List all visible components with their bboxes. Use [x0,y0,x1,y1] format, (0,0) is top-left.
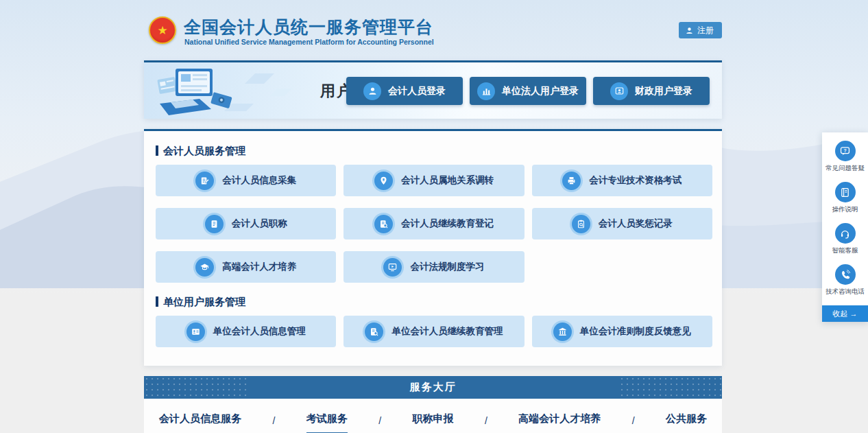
person-icon [363,82,381,100]
sidebar-item-smart-service[interactable]: 智能客服 [832,223,858,255]
login-button-label: 财政用户登录 [635,85,692,97]
card-regulation-learning[interactable]: 会计法规制度学习 [343,251,524,283]
sidebar-item-phone[interactable]: 技术咨询电话 [825,264,865,296]
clipboard-search-icon [572,215,590,233]
card-locality-transfer[interactable]: 会计人员属地关系调转 [343,165,524,196]
service-hall-tabs: 会计人员信息服务 / 考试服务 / 职称申报 / 高端会计人才培养 / 公共服务 [159,412,707,433]
card-label: 会计人员奖惩记录 [599,218,673,230]
service-hall-tabs-panel: 会计人员信息服务 / 考试服务 / 职称申报 / 高端会计人才培养 / 公共服务 [144,399,722,433]
quick-help-sidebar: ? 常见问题答疑 操作说明 智能客服 技术咨询电话 收起 → [822,132,868,322]
video-play-icon [383,258,402,277]
personnel-service-cards: 会计人员信息采集 会计人员属地关系调转 会计专业技术资格考试 会计人员职称 会计… [156,165,712,283]
register-label: 注册 [697,25,714,36]
site-header: ★ 全国会计人员统一服务管理平台 National Unified Servic… [144,12,722,55]
tab-separator: / [485,415,487,433]
sidebar-item-manual[interactable]: 操作说明 [832,182,858,214]
location-person-icon [374,172,393,190]
card-label: 高端会计人才培养 [222,261,296,273]
sidebar-item-label: 智能客服 [832,246,858,255]
tab-title-declaration[interactable]: 职称申报 [412,412,453,433]
manual-book-icon [835,182,856,202]
document-search-icon [365,323,383,341]
sidebar-collapse-button[interactable]: 收起 → [822,305,868,322]
card-label: 单位会计人员继续教育管理 [391,325,503,338]
document-edit-icon [195,172,214,190]
card-label: 会计专业技术资格考试 [589,174,682,187]
banner-dot-decoration [144,376,247,399]
finance-user-login-button[interactable]: 财政用户登录 [593,77,710,105]
headset-icon [835,223,856,244]
card-professional-title[interactable]: 会计人员职称 [156,208,336,239]
id-badge-icon [610,82,628,100]
section-title-personnel-services: 会计人员服务管理 [156,145,712,156]
site-subtitle: National Unified Service Management Plat… [184,38,434,46]
government-building-icon [553,323,572,341]
banner-dot-decoration [619,376,722,399]
user-entry-illustration [151,67,312,117]
tab-exam-service[interactable]: 考试服务 [306,412,348,433]
phone-icon [835,264,856,285]
person-icon [685,26,694,35]
document-search-icon [374,215,393,233]
tab-public-service[interactable]: 公共服务 [666,412,707,433]
card-reward-punishment-records[interactable]: 会计人员奖惩记录 [532,208,712,239]
site-title: 全国会计人员统一服务管理平台 [184,16,433,38]
building-chart-icon [477,82,495,100]
svg-text:?: ? [843,148,846,152]
unit-legal-person-login-button[interactable]: 单位法人用户登录 [470,77,586,105]
tab-separator: / [632,415,635,433]
login-button-label: 会计人员登录 [388,85,446,97]
card-qualification-exam[interactable]: 会计专业技术资格考试 [532,165,712,196]
printer-icon [562,172,581,190]
card-unit-continuing-education-management[interactable]: 单位会计人员继续教育管理 [343,316,524,347]
login-button-label: 单位法人用户登录 [502,85,579,97]
accountant-login-button[interactable]: 会计人员登录 [346,77,463,105]
national-emblem-logo: ★ [149,16,176,44]
sidebar-item-label: 常见问题答疑 [825,164,865,173]
card-continuing-education-registration[interactable]: 会计人员继续教育登记 [343,208,524,239]
tab-high-end-talent[interactable]: 高端会计人才培养 [518,412,601,433]
card-info-collection[interactable]: 会计人员信息采集 [156,165,336,196]
sidebar-item-faq[interactable]: ? 常见问题答疑 [825,141,865,173]
unit-service-cards: 单位会计人员信息管理 单位会计人员继续教育管理 单位会计准则制度反馈意见 [156,316,712,347]
tab-separator: / [378,415,381,433]
section-title-unit-services: 单位用户服务管理 [156,296,712,307]
card-unit-personnel-info-management[interactable]: 单位会计人员信息管理 [156,316,336,347]
card-label: 会计人员职称 [232,218,287,230]
service-hall-title: 服务大厅 [410,381,457,394]
card-label: 会计法规制度学习 [410,261,484,273]
card-label: 单位会计人员信息管理 [213,325,306,338]
question-bubble-icon: ? [835,141,856,161]
card-label: 会计人员信息采集 [222,174,296,187]
tab-personnel-info-service[interactable]: 会计人员信息服务 [159,412,241,433]
id-card-icon [186,323,205,341]
card-high-end-talent-training[interactable]: 高端会计人才培养 [156,251,336,283]
card-label: 会计人员继续教育登记 [401,218,494,230]
services-panel: 会计人员服务管理 会计人员信息采集 会计人员属地关系调转 会计专业技术资格考试 … [144,129,722,366]
user-entry-panel: 用户入口 会计人员登录 单位法人用户登录 财政用户登录 [144,60,722,119]
sidebar-item-label: 技术咨询电话 [825,288,865,296]
sidebar-item-label: 操作说明 [832,205,858,214]
card-accounting-standards-feedback[interactable]: 单位会计准则制度反馈意见 [532,316,712,347]
register-button[interactable]: 注册 [679,22,722,38]
card-label: 单位会计准则制度反馈意见 [580,325,691,338]
service-hall-banner: 服务大厅 [144,376,722,399]
card-label: 会计人员属地关系调转 [401,174,494,187]
tab-separator: / [272,415,275,433]
document-icon [205,215,224,233]
graduation-cap-icon [195,258,214,277]
